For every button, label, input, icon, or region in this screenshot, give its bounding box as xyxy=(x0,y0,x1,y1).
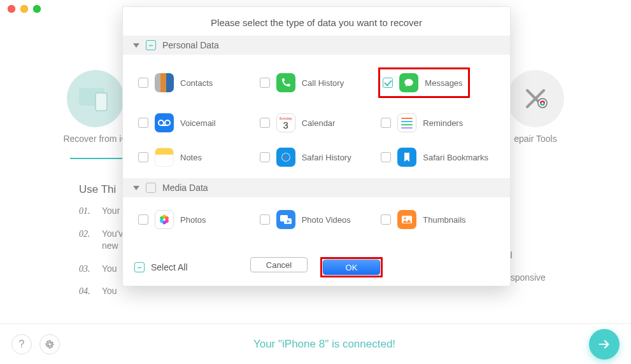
svg-point-5 xyxy=(542,102,544,104)
section-checkbox-media[interactable] xyxy=(146,183,156,193)
data-type-label: Voicemail xyxy=(180,118,216,128)
data-type-label: Calendar xyxy=(302,118,336,128)
data-type-safari-bookmarks[interactable]: Safari Bookmarks xyxy=(377,140,499,174)
data-type-thumbnails[interactable]: Thumbnails xyxy=(377,202,499,237)
checkbox[interactable] xyxy=(138,152,148,162)
step-text: Your xyxy=(102,205,120,218)
checkbox[interactable] xyxy=(260,78,270,88)
step-number: 04. xyxy=(79,285,96,298)
data-type-call-history[interactable]: Call History xyxy=(256,60,378,106)
data-type-contacts[interactable]: Contacts xyxy=(134,60,256,106)
svg-point-6 xyxy=(159,120,164,125)
repair-tools-icon xyxy=(507,70,564,127)
data-type-label: Contacts xyxy=(180,78,213,88)
section-header-personal[interactable]: – Personal Data xyxy=(123,36,510,55)
checkbox[interactable] xyxy=(381,214,391,225)
thumbnails-icon xyxy=(397,210,416,229)
arrow-right-icon xyxy=(597,337,611,351)
calendar-icon: Sunday 3 xyxy=(276,113,295,132)
phone-icon xyxy=(276,73,295,92)
bottom-bar: ? Your "iPhone 8" is connected! xyxy=(0,323,631,364)
help-icon: ? xyxy=(19,339,25,350)
step-text: You'vnew xyxy=(102,228,123,253)
select-all-label: Select All xyxy=(151,262,188,272)
data-type-messages[interactable]: Messages xyxy=(377,60,499,106)
section-title: Personal Data xyxy=(162,40,219,50)
next-button[interactable] xyxy=(589,329,620,360)
data-type-notes[interactable]: Notes xyxy=(134,140,256,174)
svg-point-7 xyxy=(165,120,170,125)
select-all-checkbox[interactable]: – xyxy=(134,262,145,272)
notes-icon xyxy=(155,148,174,167)
section-title: Media Data xyxy=(162,183,208,193)
data-type-label: Safari History xyxy=(302,153,351,162)
reminders-icon xyxy=(397,113,416,132)
data-type-safari-history[interactable]: Safari History xyxy=(256,140,378,174)
data-type-label: Messages xyxy=(425,78,462,88)
contacts-icon xyxy=(155,73,174,92)
data-type-label: Reminders xyxy=(423,118,463,128)
data-type-label: Call History xyxy=(302,78,344,88)
gear-icon xyxy=(45,339,55,349)
photo-videos-icon xyxy=(276,210,295,229)
checkbox[interactable] xyxy=(138,214,148,225)
chevron-down-icon xyxy=(133,43,139,48)
help-button[interactable]: ? xyxy=(11,334,32,354)
checkbox[interactable] xyxy=(260,214,270,225)
ok-button[interactable]: OK xyxy=(323,260,380,275)
step-text: You xyxy=(102,285,117,298)
chevron-down-icon xyxy=(133,186,139,190)
checkbox[interactable] xyxy=(260,118,270,128)
data-type-label: Photos xyxy=(180,215,206,225)
data-type-modal: Please select the type of data you want … xyxy=(122,6,511,286)
svg-point-21 xyxy=(404,218,406,220)
safari-icon xyxy=(276,148,295,167)
step-number: 03. xyxy=(79,263,96,276)
messages-icon xyxy=(399,73,418,92)
voicemail-icon xyxy=(155,113,174,132)
icloud-devices-icon xyxy=(67,70,124,127)
data-type-label: Photo Videos xyxy=(302,215,351,225)
step-number: 02. xyxy=(79,228,96,253)
data-type-reminders[interactable]: Reminders xyxy=(377,106,499,140)
photos-icon xyxy=(155,210,174,229)
modal-title: Please select the type of data you want … xyxy=(123,7,510,36)
checkbox[interactable] xyxy=(383,78,393,88)
section-checkbox-personal[interactable]: – xyxy=(146,40,156,50)
checkbox[interactable] xyxy=(260,152,270,162)
svg-rect-1 xyxy=(96,93,107,111)
settings-button[interactable] xyxy=(39,334,60,354)
checkbox[interactable] xyxy=(381,118,391,128)
cancel-button[interactable]: Cancel xyxy=(250,257,308,272)
connection-status: Your "iPhone 8" is connected! xyxy=(60,338,589,351)
bookmark-icon xyxy=(397,148,416,167)
data-type-voicemail[interactable]: Voicemail xyxy=(134,106,256,140)
data-type-photo-videos[interactable]: Photo Videos xyxy=(256,202,378,237)
step-number: 01. xyxy=(79,205,96,218)
data-type-photos[interactable]: Photos xyxy=(134,202,256,237)
ok-highlight: OK xyxy=(320,257,383,277)
checkbox[interactable] xyxy=(381,152,391,162)
data-type-label: Thumbnails xyxy=(423,215,465,225)
checkbox[interactable] xyxy=(138,78,148,88)
checkbox[interactable] xyxy=(138,118,148,128)
data-type-calendar[interactable]: Sunday 3 Calendar xyxy=(256,106,378,140)
active-tab-underline xyxy=(70,158,131,159)
select-all-toggle[interactable]: – Select All xyxy=(134,262,188,272)
data-type-label: Safari Bookmarks xyxy=(423,153,488,162)
data-type-label: Notes xyxy=(180,153,202,162)
step-text: You xyxy=(102,263,117,276)
section-header-media[interactable]: Media Data xyxy=(123,178,510,197)
modal-footer: – Select All Cancel OK xyxy=(123,249,510,286)
